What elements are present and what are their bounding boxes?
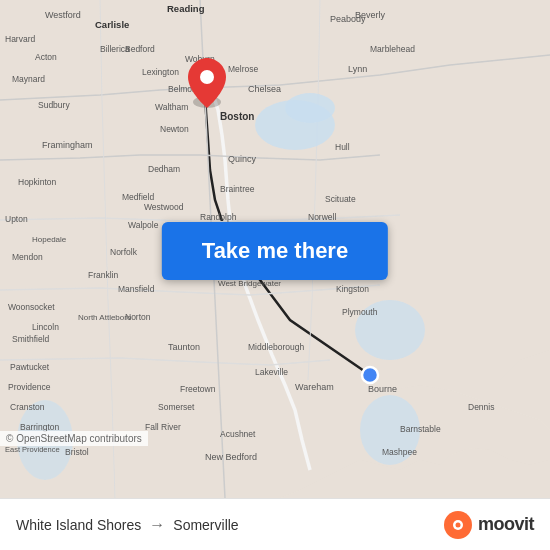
svg-text:Lakeville: Lakeville bbox=[255, 367, 288, 377]
bottom-bar: White Island Shores → Somerville moovit bbox=[0, 498, 550, 550]
svg-text:Bristol: Bristol bbox=[65, 447, 89, 457]
svg-text:Quincy: Quincy bbox=[228, 154, 257, 164]
svg-text:Marblehead: Marblehead bbox=[370, 44, 415, 54]
svg-text:Westwood: Westwood bbox=[144, 202, 184, 212]
svg-text:Chelsea: Chelsea bbox=[248, 84, 281, 94]
svg-text:Carlisle: Carlisle bbox=[95, 19, 129, 30]
svg-text:East Providence: East Providence bbox=[5, 445, 60, 454]
svg-text:Acushnet: Acushnet bbox=[220, 429, 256, 439]
svg-text:Norwell: Norwell bbox=[308, 212, 336, 222]
svg-text:Lincoln: Lincoln bbox=[32, 322, 59, 332]
svg-point-5 bbox=[285, 93, 335, 123]
svg-text:Pawtucket: Pawtucket bbox=[10, 362, 50, 372]
svg-point-82 bbox=[455, 522, 460, 527]
osm-attribution: © OpenStreetMap contributors bbox=[0, 431, 148, 446]
svg-text:Framingham: Framingham bbox=[42, 140, 93, 150]
svg-text:Maynard: Maynard bbox=[12, 74, 45, 84]
route-from: White Island Shores bbox=[16, 517, 141, 533]
svg-text:Woonsocket: Woonsocket bbox=[8, 302, 55, 312]
svg-text:Acton: Acton bbox=[35, 52, 57, 62]
svg-text:Norfolk: Norfolk bbox=[110, 247, 138, 257]
svg-text:Plymouth: Plymouth bbox=[342, 307, 378, 317]
svg-point-79 bbox=[200, 70, 214, 84]
svg-text:Westford: Westford bbox=[45, 10, 81, 20]
svg-text:Smithfield: Smithfield bbox=[12, 334, 50, 344]
svg-text:Norton: Norton bbox=[125, 312, 151, 322]
svg-text:Dennis: Dennis bbox=[468, 402, 494, 412]
moovit-icon bbox=[444, 511, 472, 539]
svg-text:Dedham: Dedham bbox=[148, 164, 180, 174]
svg-text:Mansfield: Mansfield bbox=[118, 284, 155, 294]
svg-text:New Bedford: New Bedford bbox=[205, 452, 257, 462]
svg-text:Kingston: Kingston bbox=[336, 284, 369, 294]
svg-text:Waltham: Waltham bbox=[155, 102, 188, 112]
route-to: Somerville bbox=[173, 517, 238, 533]
arrow-icon: → bbox=[149, 516, 165, 534]
svg-text:Randolph: Randolph bbox=[200, 212, 237, 222]
take-me-there-button[interactable]: Take me there bbox=[162, 222, 388, 280]
svg-text:Barnstable: Barnstable bbox=[400, 424, 441, 434]
svg-text:Middleborough: Middleborough bbox=[248, 342, 305, 352]
svg-text:Cranston: Cranston bbox=[10, 402, 45, 412]
svg-text:Hopkinton: Hopkinton bbox=[18, 177, 57, 187]
svg-text:Scituate: Scituate bbox=[325, 194, 356, 204]
svg-text:Taunton: Taunton bbox=[168, 342, 200, 352]
svg-point-77 bbox=[362, 367, 378, 383]
svg-text:Wareham: Wareham bbox=[295, 382, 334, 392]
svg-text:Hull: Hull bbox=[335, 142, 350, 152]
map-container: Westford Carlisle Reading Billerica Peab… bbox=[0, 0, 550, 498]
svg-text:Sudbury: Sudbury bbox=[38, 100, 70, 110]
svg-text:Hopedale: Hopedale bbox=[32, 235, 67, 244]
svg-text:Medfield: Medfield bbox=[122, 192, 154, 202]
svg-text:Mendon: Mendon bbox=[12, 252, 43, 262]
svg-text:Somerset: Somerset bbox=[158, 402, 195, 412]
svg-text:Melrose: Melrose bbox=[228, 64, 259, 74]
route-info: White Island Shores → Somerville bbox=[16, 516, 239, 534]
svg-text:Lexington: Lexington bbox=[142, 67, 179, 77]
svg-text:Walpole: Walpole bbox=[128, 220, 159, 230]
moovit-logo[interactable]: moovit bbox=[444, 511, 534, 539]
moovit-text: moovit bbox=[478, 514, 534, 535]
svg-text:Boston: Boston bbox=[220, 111, 254, 122]
svg-text:Beverly: Beverly bbox=[355, 10, 386, 20]
svg-text:Newton: Newton bbox=[160, 124, 189, 134]
svg-text:Upton: Upton bbox=[5, 214, 28, 224]
svg-text:Harvard: Harvard bbox=[5, 34, 36, 44]
svg-text:Bourne: Bourne bbox=[368, 384, 397, 394]
svg-text:Bedford: Bedford bbox=[125, 44, 155, 54]
svg-text:Reading: Reading bbox=[167, 3, 205, 14]
svg-text:Freetown: Freetown bbox=[180, 384, 216, 394]
svg-text:Mashpee: Mashpee bbox=[382, 447, 417, 457]
svg-text:West Bridgewater: West Bridgewater bbox=[218, 279, 281, 288]
svg-text:North Attleboro: North Attleboro bbox=[78, 313, 132, 322]
svg-text:Providence: Providence bbox=[8, 382, 51, 392]
svg-text:Braintree: Braintree bbox=[220, 184, 255, 194]
svg-text:Fall River: Fall River bbox=[145, 422, 181, 432]
svg-text:Franklin: Franklin bbox=[88, 270, 119, 280]
svg-text:Lynn: Lynn bbox=[348, 64, 367, 74]
